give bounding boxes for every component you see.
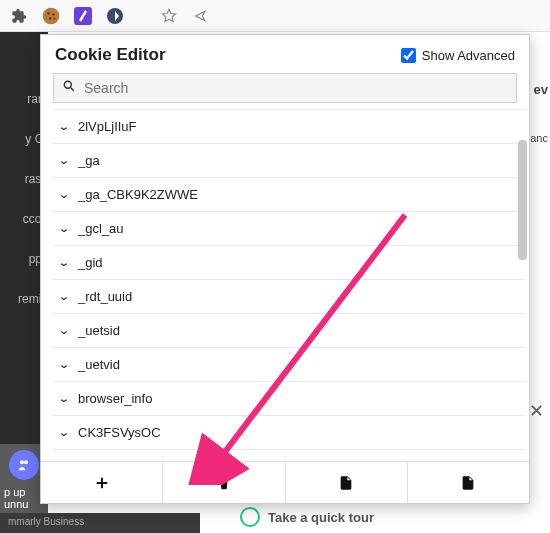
quick-tour[interactable]: Take a quick tour (240, 507, 374, 527)
cookie-row[interactable]: ⌄CK3FSVysOC (53, 416, 525, 450)
cookie-row[interactable]: ⌄_gcl_au (53, 212, 525, 246)
close-icon[interactable]: ✕ (529, 400, 544, 422)
cookie-row[interactable]: ⌄browser_info (53, 382, 525, 416)
cookie-row[interactable]: ⌄csrf-token (53, 450, 525, 461)
chevron-down-icon: ⌄ (58, 120, 70, 133)
cookie-row[interactable]: ⌄2lVpLjIIuF (53, 110, 525, 144)
chevron-down-icon: ⌄ (58, 392, 70, 405)
app-icon-2[interactable] (104, 5, 126, 27)
chevron-down-icon: ⌄ (58, 154, 70, 167)
app-icon-1[interactable] (72, 5, 94, 27)
svg-point-0 (43, 7, 60, 24)
send-icon[interactable] (190, 5, 212, 27)
popup-title: Cookie Editor (55, 45, 166, 65)
svg-point-2 (52, 13, 54, 15)
chevron-down-icon: ⌄ (58, 324, 70, 337)
cookie-row[interactable]: ⌄_uetvid (53, 348, 525, 382)
chevron-down-icon: ⌄ (58, 290, 70, 303)
chevron-down-icon: ⌄ (58, 426, 70, 439)
bottom-toolbar (41, 461, 529, 503)
cookie-row[interactable]: ⌄_ga_CBK9K2ZWWE (53, 178, 525, 212)
svg-point-8 (24, 460, 28, 464)
svg-point-1 (47, 12, 50, 15)
search-icon (62, 79, 76, 97)
svg-point-3 (49, 17, 52, 20)
chevron-down-icon: ⌄ (58, 222, 70, 235)
browser-toolbar (0, 0, 550, 32)
cookie-row[interactable]: ⌄_uetsid (53, 314, 525, 348)
tour-circle-icon (240, 507, 260, 527)
chevron-down-icon: ⌄ (58, 256, 70, 269)
cookie-row[interactable]: ⌄_rdt_uuid (53, 280, 525, 314)
export-button[interactable] (408, 462, 529, 503)
import-button[interactable] (286, 462, 408, 503)
delete-button[interactable] (163, 462, 285, 503)
svg-point-9 (64, 81, 71, 88)
search-bar[interactable] (53, 73, 517, 103)
search-input[interactable] (84, 80, 508, 96)
chevron-down-icon: ⌄ (58, 358, 70, 371)
svg-point-7 (20, 460, 24, 464)
extensions-icon[interactable] (8, 5, 30, 27)
svg-point-4 (53, 17, 55, 19)
cookie-icon[interactable] (40, 5, 62, 27)
star-icon[interactable] (158, 5, 180, 27)
scrollbar-thumb[interactable] (518, 140, 527, 260)
obscured-footer: mmarly Business (0, 513, 200, 533)
obscured-right: ev anc (530, 32, 550, 532)
add-button[interactable] (41, 462, 163, 503)
cookie-row[interactable]: ⌄_ga (53, 144, 525, 178)
show-advanced-checkbox[interactable] (401, 48, 416, 63)
cookie-editor-popup: Cookie Editor Show Advanced ⌄2lVpLjIIuF … (40, 34, 530, 504)
chevron-down-icon: ⌄ (58, 188, 70, 201)
cookie-list[interactable]: ⌄2lVpLjIIuF ⌄_ga ⌄_ga_CBK9K2ZWWE ⌄_gcl_a… (53, 109, 525, 461)
show-advanced-toggle[interactable]: Show Advanced (401, 48, 515, 63)
chevron-down-icon: ⌄ (58, 460, 70, 461)
cookie-row[interactable]: ⌄_gid (53, 246, 525, 280)
